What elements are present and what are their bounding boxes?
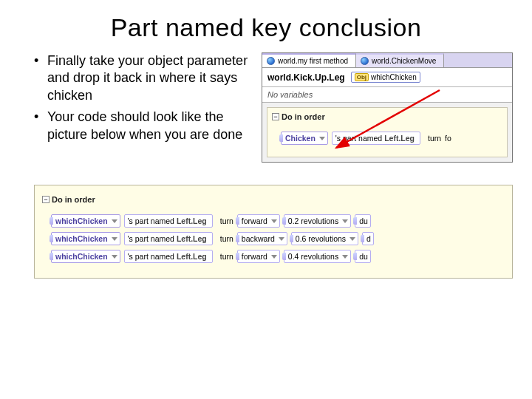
chevron-down-icon: [342, 219, 348, 223]
part-name: Left.Leg: [177, 216, 207, 225]
subject-chip[interactable]: whichChicken: [51, 214, 120, 228]
chevron-down-icon: [112, 219, 117, 223]
part-name: Left.Leg: [177, 252, 207, 261]
more-chip[interactable]: du: [355, 250, 371, 263]
direction-chip[interactable]: forward: [237, 250, 280, 263]
action-word: turn: [220, 252, 233, 261]
more-chip[interactable]: du: [355, 214, 371, 228]
code-statement[interactable]: whichChicken 's part named Left.Leg turn…: [51, 214, 505, 228]
amount-text: 0.2 revolutions: [288, 216, 338, 225]
part-named-chip[interactable]: 's part named Left.Leg: [332, 132, 420, 145]
part-prefix: 's part named: [128, 216, 174, 225]
part-named-chip[interactable]: 's part named Left.Leg: [124, 232, 213, 245]
alice-editor-top: world.my first method world.ChickenMove …: [262, 52, 513, 163]
tab-bar: world.my first method world.ChickenMove: [262, 53, 512, 68]
collapse-icon[interactable]: −: [272, 113, 279, 120]
tab-label: world.ChickenMove: [372, 57, 436, 65]
code-block: − Do in order Chicken 's part named Left…: [267, 107, 508, 157]
chevron-down-icon: [112, 255, 117, 259]
no-variables-label: No variables: [262, 87, 512, 103]
part-named-chip[interactable]: 's part named Left.Leg: [124, 250, 213, 263]
action-word: turn: [428, 134, 441, 143]
method-header: world.Kick.Up.Leg Obj whichChicken: [262, 68, 512, 87]
code-block-result: − Do in order whichChicken 's part named…: [34, 185, 513, 279]
action-word: turn: [220, 216, 233, 225]
collapse-icon[interactable]: −: [42, 196, 50, 203]
direction-text: forward: [242, 216, 267, 225]
subject-text: whichChicken: [55, 234, 108, 243]
action-word: turn: [220, 234, 233, 243]
part-name: Left.Leg: [177, 234, 207, 243]
bullet-item: Your code should look like the picture b…: [34, 109, 248, 143]
chevron-down-icon: [349, 237, 355, 241]
subject-text: Chicken: [285, 134, 316, 143]
more-text: d: [366, 234, 371, 243]
part-name: Left.Leg: [384, 134, 415, 143]
tab-my-first-method[interactable]: world.my first method: [262, 53, 356, 67]
code-statement[interactable]: whichChicken 's part named Left.Leg turn…: [51, 232, 505, 245]
part-prefix: 's part named: [128, 252, 174, 261]
more-text: du: [359, 216, 368, 225]
chevron-down-icon: [342, 255, 348, 259]
subject-text: whichChicken: [55, 252, 108, 261]
amount-text: 0.4 revolutions: [288, 252, 338, 261]
direction-text: forward: [242, 252, 267, 261]
obj-badge-icon: Obj: [355, 73, 369, 81]
code-statement[interactable]: whichChicken 's part named Left.Leg turn…: [51, 250, 505, 263]
world-icon: [267, 57, 275, 65]
param-name: whichChicken: [371, 73, 417, 81]
world-icon: [361, 57, 369, 65]
do-in-order-header[interactable]: − Do in order: [272, 112, 325, 121]
subject-text: whichChicken: [55, 216, 108, 225]
direction-text: backward: [242, 234, 275, 243]
direction-chip[interactable]: forward: [237, 214, 280, 228]
tab-chicken-move[interactable]: world.ChickenMove: [356, 53, 444, 67]
amount-chip[interactable]: 0.2 revolutions: [284, 214, 351, 228]
code-statement[interactable]: Chicken 's part named Left.Leg turn fo: [281, 132, 502, 145]
do-in-order-label: Do in order: [282, 112, 325, 121]
bullet-column: Finally take your object parameter and d…: [34, 52, 248, 163]
subject-chip[interactable]: Chicken: [281, 132, 328, 145]
subject-chip[interactable]: whichChicken: [51, 232, 120, 245]
amount-chip[interactable]: 0.6 revolutions: [291, 232, 358, 245]
more-text: du: [359, 252, 368, 261]
param-chip[interactable]: Obj whichChicken: [351, 72, 420, 83]
direction-chip[interactable]: backward: [237, 232, 287, 245]
chevron-down-icon: [271, 219, 277, 223]
amount-chip[interactable]: 0.4 revolutions: [284, 250, 351, 263]
part-prefix: 's part named: [128, 234, 174, 243]
subject-chip[interactable]: whichChicken: [51, 250, 120, 263]
slide-title: Part named key conclusion: [0, 13, 532, 42]
chevron-down-icon: [279, 237, 284, 241]
direction-word: fo: [445, 134, 451, 143]
do-in-order-label: Do in order: [52, 195, 95, 204]
part-named-chip[interactable]: 's part named Left.Leg: [124, 214, 213, 228]
do-in-order-header[interactable]: − Do in order: [42, 195, 95, 204]
amount-text: 0.6 revolutions: [296, 234, 346, 243]
bullet-item: Finally take your object parameter and d…: [34, 52, 248, 104]
part-prefix: 's part named: [335, 134, 382, 143]
tab-label: world.my first method: [278, 57, 348, 65]
more-chip[interactable]: d: [362, 232, 374, 245]
chevron-down-icon: [319, 137, 325, 140]
method-name: world.Kick.Up.Leg: [267, 72, 345, 83]
chevron-down-icon: [112, 237, 117, 241]
chevron-down-icon: [271, 255, 277, 259]
